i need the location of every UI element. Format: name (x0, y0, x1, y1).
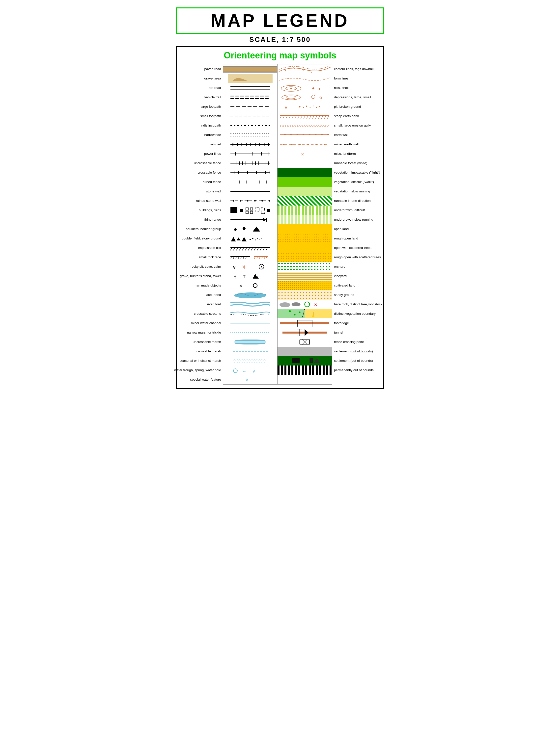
list-item: buildings, ruins (168, 205, 223, 215)
sym-grave-hunters-stand-tower: ✝ T (223, 271, 277, 281)
svg-point-150 (234, 369, 237, 373)
svg-text:×: × (245, 377, 248, 383)
sym-depressions (278, 92, 332, 102)
sym-cultivated-land (278, 281, 332, 290)
sym-indistinct-path (223, 121, 277, 130)
svg-point-162 (312, 87, 314, 89)
svg-text:v: v (285, 105, 287, 110)
sym-buildings-ruins (223, 206, 277, 215)
list-item: tunnel (332, 328, 392, 337)
list-item: cultivated land (332, 280, 392, 290)
list-item: paved road (168, 64, 223, 74)
sym-veg-slow (278, 187, 332, 196)
sym-boulders (223, 224, 277, 234)
sym-veg-difficult (278, 177, 332, 187)
svg-point-163 (319, 88, 320, 90)
sym-river-ford (223, 300, 277, 309)
svg-point-180 (319, 106, 320, 107)
list-item: small rock face (168, 252, 223, 262)
svg-rect-72 (231, 207, 237, 213)
svg-text:✝: ✝ (233, 274, 237, 279)
list-item: water trough, spring, water hole (168, 365, 223, 375)
sym-dirt-road (223, 83, 277, 92)
sym-tunnel (278, 328, 332, 337)
svg-line-104 (245, 248, 246, 250)
svg-marker-82 (263, 218, 266, 222)
list-item: boulders, boulder group (168, 224, 223, 233)
svg-line-196 (321, 116, 323, 119)
sym-railroad (223, 140, 277, 149)
title-box: MAP LEGEND (176, 7, 384, 34)
sym-uncrossable-fence (223, 159, 277, 168)
sym-undergrowth-difficult (278, 206, 332, 215)
legend-grid: paved road gravel area dirt road vehicle… (179, 64, 381, 384)
sym-narrow-marsh-trickle (223, 328, 277, 337)
sym-crossable-marsh (223, 347, 277, 356)
sym-form-lines (278, 74, 332, 83)
sym-veg-impassable (278, 168, 332, 177)
list-item: earth wall (332, 130, 392, 140)
svg-marker-88 (237, 237, 241, 240)
svg-point-209 (327, 134, 329, 135)
list-item: orchard (332, 262, 392, 271)
svg-rect-0 (228, 74, 273, 83)
sym-stone-wall (223, 187, 277, 196)
list-item: ruined fence (168, 177, 223, 187)
svg-rect-77 (250, 211, 253, 214)
svg-point-203 (291, 134, 292, 135)
svg-text:T: T (243, 274, 245, 279)
svg-point-68 (247, 200, 248, 202)
sym-settlement-oob (278, 356, 332, 365)
svg-line-189 (301, 116, 302, 119)
list-item: vegetation: difficult ("walk") (332, 177, 392, 187)
list-item: sandy ground (332, 290, 392, 299)
sym-narrow-ride (223, 130, 277, 140)
svg-point-216 (316, 144, 317, 145)
list-item: firing range (168, 215, 223, 224)
list-item: vehicle trail (168, 92, 223, 102)
list-item: man made objects (168, 280, 223, 290)
svg-marker-86 (253, 227, 260, 232)
svg-rect-228 (278, 309, 305, 318)
sym-uncrossable-marsh (223, 337, 277, 347)
list-item: ruined stone wall (168, 196, 223, 205)
sym-undergrowth-slow (278, 215, 332, 224)
svg-point-213 (291, 144, 293, 145)
svg-point-90 (249, 239, 251, 240)
svg-line-107 (254, 248, 256, 250)
svg-point-202 (284, 134, 286, 135)
sym-boulder-field (223, 234, 277, 243)
list-item: permanently out of bounds (332, 365, 392, 375)
svg-line-121 (254, 257, 255, 259)
svg-point-214 (299, 144, 301, 145)
svg-line-190 (304, 116, 305, 119)
scale-label: SCALE, 1:7 500 (176, 36, 384, 44)
svg-line-106 (251, 248, 253, 250)
sym-paved-road (223, 64, 277, 74)
sym-orchard (278, 262, 332, 271)
svg-point-66 (233, 200, 234, 202)
sym-rough-open-land (278, 234, 332, 243)
svg-point-176 (306, 106, 307, 107)
svg-point-57 (234, 191, 235, 192)
svg-text:v: v (253, 369, 255, 374)
svg-point-71 (268, 200, 270, 202)
sym-special-water: × (223, 375, 277, 384)
right-column: contour lines, tags downhill form lines … (332, 64, 392, 384)
svg-rect-73 (240, 209, 243, 212)
svg-line-105 (248, 248, 249, 250)
list-item: form lines (332, 74, 392, 83)
list-item: pit, broken ground (332, 102, 392, 111)
svg-text:×: × (301, 151, 304, 157)
svg-line-126 (266, 257, 267, 259)
svg-line-117 (241, 257, 241, 259)
svg-point-95 (261, 238, 262, 239)
svg-point-165 (286, 96, 296, 99)
svg-point-233 (299, 312, 301, 313)
sym-crossable-streams (223, 309, 277, 318)
sym-gravel-area (223, 74, 277, 83)
svg-line-183 (283, 116, 284, 119)
sym-firing-range (223, 215, 277, 224)
svg-point-92 (255, 239, 256, 240)
svg-line-116 (238, 257, 239, 259)
